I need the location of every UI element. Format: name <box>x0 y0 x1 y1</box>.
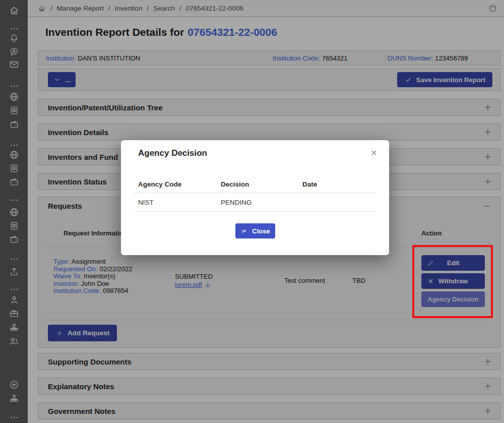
modal-title: Agency Decision <box>138 148 207 158</box>
modal-col-decision: Decision <box>221 180 249 188</box>
modal-cell-agency: NIST <box>138 199 154 206</box>
agency-decision-modal: Agency Decision Agency Code Decision Dat… <box>121 140 389 255</box>
modal-col-date: Date <box>302 180 317 188</box>
modal-close-button[interactable]: Close <box>235 223 275 238</box>
modal-col-agency-code: Agency Code <box>138 180 181 188</box>
return-arrow-icon <box>240 227 248 235</box>
modal-cell-decision: PENDING <box>221 199 252 206</box>
divider <box>134 193 376 193</box>
modal-close-icon[interactable] <box>369 148 379 158</box>
modal-close-label: Close <box>252 227 270 235</box>
divider <box>134 211 376 212</box>
